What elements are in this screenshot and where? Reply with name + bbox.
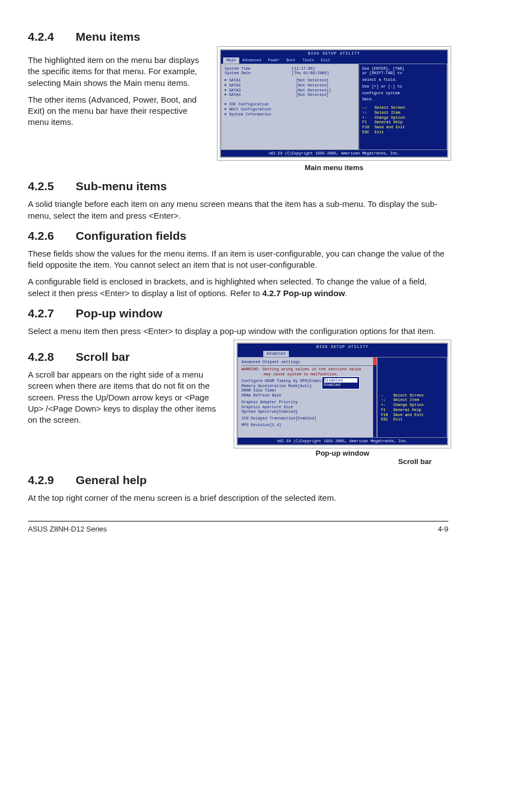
bios1-sata2-v: [Not Detected] (296, 83, 329, 88)
bios1-systime-k: System Time (225, 66, 292, 71)
bios2-nav5: Save and Exit (393, 413, 424, 417)
para-429: At the top right corner of the menu scre… (28, 492, 448, 504)
bios2-nav3-sym: +- (381, 403, 393, 408)
bios2-r1k: Configure DRAM Timing by SPD (241, 379, 307, 383)
bios1-tab-main: Main (223, 57, 239, 64)
bios2-r2k: Memory Acceleration Mode (241, 384, 298, 388)
bios1-sysdate-v: [Thu 01/08/2009] (292, 71, 329, 76)
bios1-right-pane: Use [ENTER], [TAB] or [SHIFT-TAB] to sel… (359, 64, 447, 150)
bios1-sata3-k: SATA3 (229, 88, 296, 93)
bios2-r6k: Graphics Aperture Size (241, 405, 293, 409)
bios2-left-pane: Advanced Chipset settings WARNING: Setti… (238, 357, 377, 438)
bios1-nav3-sym: +- (362, 115, 375, 120)
bios2-r4k: DRAm Refresh Rate (241, 393, 281, 398)
heading-428-title: Scroll bar (76, 350, 130, 363)
bios1-sata2-k: SATA2 (229, 83, 296, 88)
para-426b-bold: 4.2.7 Pop-up window (262, 288, 345, 298)
bios2-r2v: [Auto] (298, 384, 312, 388)
bios1-title: BIOS SETUP UTILITY (221, 50, 447, 57)
figure2-label-scroll: Scroll bar (236, 457, 448, 466)
heading-429-num: 4.2.9 (28, 474, 72, 487)
para-426b-part1: A configurable field is enclosed in brac… (28, 277, 427, 297)
bios-screenshot-1: BIOS SETUP UTILITY Main Advanced Power B… (220, 49, 448, 158)
bios2-tabs: Advanced (238, 351, 447, 357)
heading-427-num: 4.2.7 (28, 307, 72, 320)
bios2-r3k: DRAM Idle Timer (241, 388, 277, 393)
para-427: Select a menu item then press <Enter> to… (28, 326, 448, 337)
bios1-nav5: Save and Exit (375, 125, 405, 129)
heading-426-title: Configuration fields (76, 229, 186, 242)
heading-429: 4.2.9 General help (28, 474, 448, 487)
bios2-r9k: MPS Revision (241, 423, 269, 427)
bios2-r8k: ICH Delayed Transaction (241, 416, 296, 421)
bios2-popup-opt1: Disabled (324, 378, 357, 383)
heading-426: 4.2.6 Configuration fields (28, 229, 448, 243)
bios1-nav2-sym: ↑↓ (362, 110, 375, 115)
bios1-systime-v: [11:17:09] (292, 66, 315, 71)
heading-425-title: Sub-menu items (76, 180, 167, 192)
bios2-r9v: [1.4] (269, 423, 281, 427)
bios2-r7k: Spread Spectrum (241, 409, 277, 414)
heading-427: 4.2.7 Pop-up window (28, 307, 448, 320)
para-424a: The highlighted item on the menu bar dis… (28, 55, 207, 89)
bios1-nav1: Select Screen (375, 105, 405, 110)
page-footer: ASUS Z8NH-D12 Series 4-9 (28, 525, 448, 533)
bios2-r7v: [Enabled] (277, 409, 298, 414)
figure1-caption: Main menu items (220, 163, 448, 172)
bios2-nav4: General Help (393, 408, 421, 412)
bios1-sata1-k: SATA1 (229, 78, 296, 83)
bios1-sata3-v: [Not Detected]] (296, 88, 331, 93)
bios2-nav2-sym: ↑↓ (381, 398, 393, 403)
bios2-r5k: Graphic Adapter Priority (241, 400, 298, 404)
bios2-nav6-sym: ESC (381, 417, 393, 422)
heading-426-num: 4.2.6 (28, 229, 72, 243)
bios1-help-l4: Use [+] or [-] to (362, 84, 443, 89)
bios2-right-pane: ←Select Screen ↑↓Select Item +-Change Op… (377, 357, 447, 438)
bios1-nav2: Select Item (375, 110, 400, 115)
bios1-sata1-v: [Not Detected] (296, 78, 329, 83)
para-426b-part2: . (345, 288, 347, 298)
bios1-sysinfo: System Information (229, 112, 272, 117)
footer-right: 4-9 (438, 525, 448, 533)
bios1-sysdate-k: System Date (225, 71, 292, 76)
bios2-popup-opt2: Enabled (324, 383, 357, 388)
bios2-warn1: WARNING: Setting wrong values in the sec… (241, 367, 373, 372)
bios2-footer: v02.58 (C)Copyright 1985-2005, American … (238, 438, 447, 445)
footer-separator (28, 521, 448, 521)
bios2-popup: Disabled Enabled (322, 376, 360, 390)
heading-424: 4.2.4 Menu items (28, 30, 448, 44)
bios1-nav4: General Help (375, 120, 403, 124)
bios1-sata4-k: SATA4 (229, 93, 296, 98)
bios1-help-l2: or [SHIFT-TAB] to (362, 71, 443, 76)
bios1-nav6: Exit (375, 130, 384, 134)
bios2-title: BIOS SETUP UTILITY (238, 344, 447, 351)
para-426b: A configurable field is enclosed in brac… (28, 276, 448, 299)
bios2-heading: Advanced Chipset settings (241, 360, 373, 365)
heading-424-title: Menu items (76, 30, 141, 43)
para-428: A scroll bar appears on the right side o… (28, 369, 225, 426)
para-425: A solid triangle before each item on any… (28, 199, 448, 221)
bios1-tabs: Main Advanced Power Boot Tools Exit (221, 57, 447, 64)
bios1-help-l5: configure system (362, 91, 443, 96)
para-424b: The other items (Advanced, Power, Boot, … (28, 94, 207, 128)
bios1-nav6-sym: ESC (362, 130, 375, 135)
bios2-nav3: Change Option (393, 403, 424, 407)
bios2-scrollbar (373, 357, 376, 437)
bios1-help-l3: select a field. (362, 78, 443, 83)
bios1-nav5-sym: F10 (362, 125, 375, 130)
heading-428: 4.2.8 Scroll bar (28, 350, 225, 364)
bios1-ahci: AHCI Configuration (229, 107, 272, 112)
bios1-nav3: Change Option (375, 115, 405, 120)
bios2-nav6: Exit (393, 417, 403, 422)
figure-main-menu: BIOS SETUP UTILITY Main Advanced Power B… (220, 49, 448, 172)
bios1-help-l1: Use [ENTER], [TAB] (362, 66, 443, 71)
bios1-tab-boot: Boot (283, 57, 299, 64)
bios1-nav1-sym: ←→ (362, 105, 375, 110)
bios2-r8v: [Enabled] (296, 416, 317, 421)
bios2-nav1: Select Screen (393, 393, 424, 398)
figure-popup: BIOS SETUP UTILITY Advanced Advanced Chi… (236, 342, 448, 466)
bios1-tab-power: Power (264, 57, 283, 64)
para-426a: These fields show the values for the men… (28, 248, 448, 271)
bios1-sata4-v: [Not Detected] (296, 93, 329, 98)
footer-left: ASUS Z8NH-D12 Series (28, 525, 107, 533)
